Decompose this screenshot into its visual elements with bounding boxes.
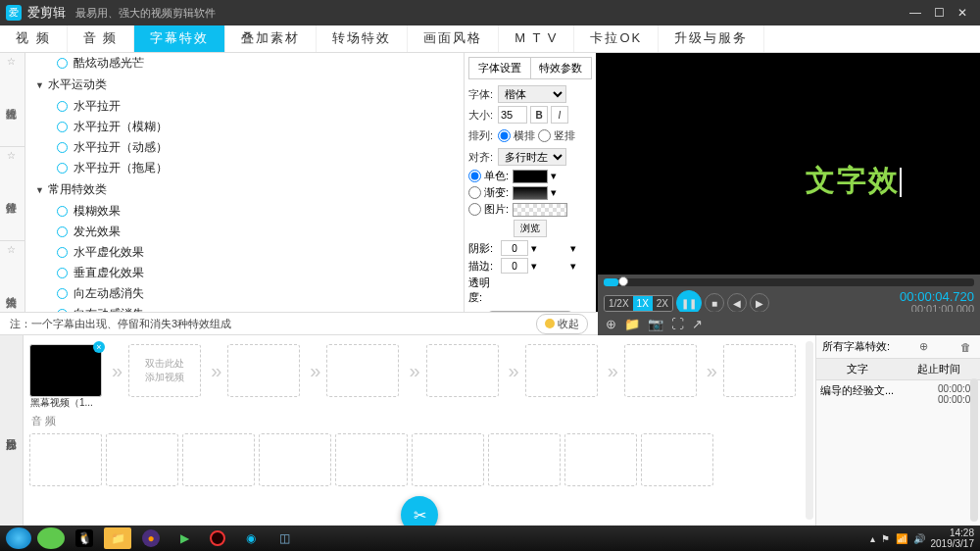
taskbar-app-6[interactable] (204, 527, 231, 549)
subpanel-title: 所有字幕特效: (822, 339, 890, 354)
delete-icon[interactable]: 🗑 (957, 341, 974, 353)
subtitle-row[interactable]: 编导的经验文... 00:00:0000:00:06 (816, 380, 980, 408)
subtitle-list-panel: 所有字幕特效: ⊕ 🗑 文字起止时间 编导的经验文... 00:00:0000:… (815, 335, 980, 526)
stop-button[interactable]: ■ (705, 293, 724, 313)
align-select[interactable]: 多行时左对齐 (498, 148, 566, 166)
taskbar-app-8[interactable]: ◫ (270, 527, 298, 549)
windows-taskbar: 🐧 📁 ● ▶ ◉ ◫ ▴ ⚑ 📶 🔊 14:282019/3/17 (0, 526, 980, 551)
effect-item[interactable]: 水平拉开（模糊） (25, 117, 464, 137)
audio-track (29, 430, 809, 489)
next-frame-button[interactable]: ▶ (750, 293, 769, 313)
gradient-swatch[interactable] (513, 186, 548, 200)
note-text: 注：一个字幕由出现、停留和消失3种特效组成 (10, 317, 231, 331)
lefttab-appear[interactable]: ☆出现特效 (0, 53, 24, 147)
fullscreen-icon[interactable]: ⛶ (671, 317, 684, 331)
bulb-icon (545, 319, 555, 328)
image-swatch[interactable] (513, 203, 567, 217)
effect-item[interactable]: 模糊效果 (25, 201, 464, 222)
effect-item[interactable]: 垂直虚化效果 (25, 263, 464, 283)
font-panel: 字体设置 特效参数 字体:楷体 大小:BI 排列:横排 竖排 对齐:多行时左对齐… (465, 53, 596, 335)
tray-flag-icon[interactable]: ⚑ (881, 533, 890, 544)
prev-frame-button[interactable]: ◀ (727, 293, 747, 313)
app-logo: 爱 (6, 5, 22, 21)
tab-video[interactable]: 视 频 (0, 25, 68, 52)
tray-clock[interactable]: 14:282019/3/17 (931, 527, 975, 549)
taskbar-app-2[interactable]: 🐧 (71, 527, 98, 549)
effect-item[interactable]: 发光效果 (25, 222, 464, 242)
browse-button[interactable]: 浏览 (514, 220, 547, 237)
tab-fx-params[interactable]: 特效参数 (531, 58, 592, 78)
timeline: 已添加片段 × 黑幕视频（1... » 双击此处添加视频 » » » » » »… (0, 335, 815, 526)
effect-item[interactable]: 水平拉开（动感） (25, 137, 464, 158)
audio-track-label: 音 频 (31, 414, 809, 428)
tab-mtv[interactable]: M T V (499, 25, 574, 52)
tray-volume-icon[interactable]: 🔊 (913, 533, 925, 544)
arrange-horizontal-radio (498, 129, 511, 142)
remove-clip-icon[interactable]: × (93, 341, 105, 353)
tab-upgrade[interactable]: 升级与服务 (659, 25, 764, 52)
locate-icon[interactable]: ⊕ (916, 340, 931, 353)
speed-toggle[interactable]: 1/2X1X2X (604, 295, 673, 312)
progress-bar[interactable] (604, 278, 974, 286)
preview-toolbar: ⊕ 📁 📷 ⛶ ↗ (598, 312, 980, 335)
add-icon[interactable]: ⊕ (606, 317, 616, 331)
subpanel-scrollbar[interactable] (970, 378, 978, 522)
bold-button[interactable]: B (530, 106, 548, 124)
tab-font-settings[interactable]: 字体设置 (469, 58, 531, 78)
taskbar-app-7[interactable]: ◉ (237, 527, 265, 549)
lefttab-stay[interactable]: ☆停留特效 (0, 147, 24, 241)
share-icon[interactable]: ↗ (692, 317, 703, 331)
effect-item[interactable]: 向左动感消失 (25, 283, 464, 304)
video-clip[interactable]: × 黑幕视频（1... (29, 344, 102, 397)
maximize-button[interactable]: ☐ (927, 4, 951, 22)
arrow-icon: » (112, 360, 122, 382)
effect-item[interactable]: 酷炫动感光芒 (25, 53, 464, 74)
start-button[interactable] (6, 527, 31, 549)
taskbar-app-4[interactable]: ● (137, 527, 165, 549)
left-vertical-tabs: ☆出现特效 ☆停留特效 ☆消失特效 (0, 53, 25, 335)
tab-style[interactable]: 画面风格 (408, 25, 499, 52)
color-solid-radio[interactable] (468, 170, 481, 182)
add-clip-placeholder[interactable]: 双击此处添加视频 (128, 344, 201, 397)
tab-audio[interactable]: 音 频 (68, 25, 135, 52)
close-button[interactable]: ✕ (951, 4, 974, 22)
tray-up-icon[interactable]: ▴ (870, 533, 875, 544)
effect-group[interactable]: ▼水平运动类 (25, 74, 464, 96)
timeline-tab-clips[interactable]: 已添加片段 (0, 335, 24, 526)
shadow-input[interactable] (501, 240, 528, 256)
tray-network-icon[interactable]: 📶 (896, 533, 907, 544)
titlebar: 爱 爱剪辑 最易用、强大的视频剪辑软件 — ☐ ✕ (0, 0, 980, 25)
arrange-vertical-radio (538, 129, 551, 142)
effect-item[interactable]: 水平虚化效果 (25, 242, 464, 263)
taskbar-app-1[interactable] (37, 527, 65, 549)
tab-subtitle-fx[interactable]: 字幕特效 (134, 25, 225, 52)
size-input[interactable] (498, 106, 527, 124)
taskbar-app-5[interactable]: ▶ (171, 527, 198, 549)
preview-subtitle-text: 文字效 (806, 161, 902, 201)
font-select[interactable]: 楷体 (498, 85, 566, 103)
color-gradient-radio[interactable] (468, 186, 481, 199)
tab-karaoke[interactable]: 卡拉OK (574, 25, 659, 52)
minimize-button[interactable]: — (904, 4, 927, 22)
timeline-scrollbar[interactable] (806, 341, 813, 520)
italic-button[interactable]: I (551, 106, 568, 124)
top-tabs: 视 频 音 频 字幕特效 叠加素材 转场特效 画面风格 M T V 卡拉OK 升… (0, 25, 980, 53)
note-row: 注：一个字幕由出现、停留和消失3种特效组成 收起 (0, 312, 598, 335)
folder-icon[interactable]: 📁 (624, 317, 640, 331)
solid-color-swatch[interactable] (513, 170, 548, 183)
snapshot-icon[interactable]: 📷 (648, 317, 663, 331)
color-image-radio[interactable] (468, 203, 481, 216)
effect-group[interactable]: ▼常用特效类 (25, 178, 464, 201)
collapse-button[interactable]: 收起 (536, 314, 588, 334)
effect-item[interactable]: 水平拉开 (25, 96, 464, 117)
cut-button[interactable]: ✂ (401, 496, 438, 526)
tab-transition[interactable]: 转场特效 (317, 25, 408, 52)
app-title: 爱剪辑 (27, 4, 66, 22)
video-track: × 黑幕视频（1... » 双击此处添加视频 » » » » » » (29, 341, 809, 400)
effect-list[interactable]: 酷炫动感光芒 ▼水平运动类 水平拉开 水平拉开（模糊） 水平拉开（动感） 水平拉… (25, 53, 465, 335)
effect-item[interactable]: 水平拉开（拖尾） (25, 158, 464, 178)
tab-overlay[interactable]: 叠加素材 (225, 25, 317, 52)
app-subtitle: 最易用、强大的视频剪辑软件 (75, 6, 216, 21)
taskbar-app-3[interactable]: 📁 (104, 527, 131, 549)
stroke-input[interactable] (501, 258, 528, 274)
